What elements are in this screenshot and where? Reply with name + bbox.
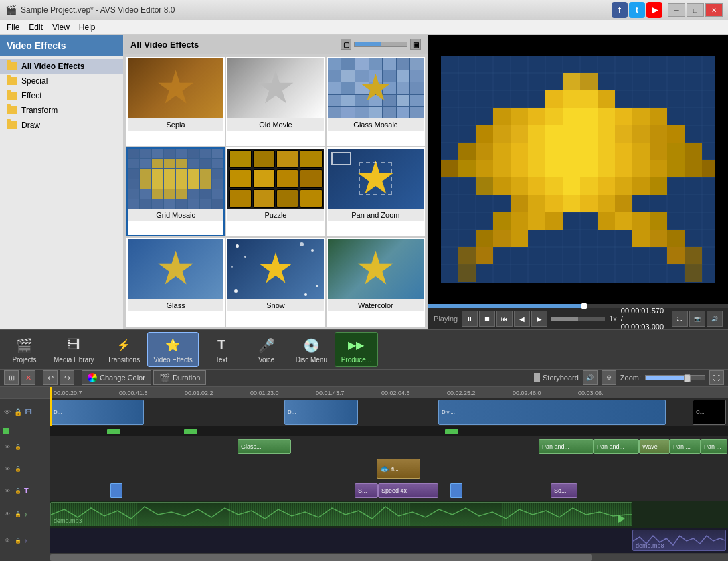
zoom-small-btn[interactable]: ▢	[341, 39, 351, 50]
tl-redo-btn[interactable]: ↪	[60, 370, 74, 385]
effect-watercolor[interactable]: Watercolor	[327, 238, 425, 327]
effect-clip-pan4[interactable]: Pan ...	[701, 439, 727, 454]
progress-bar-track[interactable]	[428, 304, 728, 308]
sidebar-item-transform[interactable]: Transform	[0, 103, 123, 118]
tool-produce[interactable]: ▶▶ Produce...	[335, 332, 378, 367]
image-clip-fish[interactable]: 🐟 fi...	[377, 459, 420, 479]
effect-bar-track	[0, 426, 728, 437]
svg-rect-92	[580, 177, 598, 195]
audio-waveform-2[interactable]: demo.mp8	[632, 530, 726, 551]
effect-glass-mosaic[interactable]: Glass Mosaic	[327, 57, 425, 146]
menu-file[interactable]: File	[3, 21, 23, 33]
facebook-btn[interactable]: f	[612, 2, 628, 18]
zoom-slider[interactable]	[645, 375, 705, 380]
preview-panel: Playing ⏸ ⏹ ⏮ ◀ ▶ 1x 00:00:01.570 / 00:0…	[428, 35, 728, 329]
menu-edit[interactable]: Edit	[25, 21, 47, 33]
playback-stop-btn[interactable]: ⏹	[479, 311, 495, 327]
storyboard-toggle[interactable]: Storyboard	[534, 373, 579, 382]
effect-clip-glass[interactable]: Glass...	[238, 439, 291, 454]
track-eye-btn[interactable]: 👁	[3, 408, 12, 417]
tool-media-library[interactable]: 🎞 Media Library	[48, 332, 100, 367]
video-clip-3[interactable]: Divi...	[438, 400, 666, 425]
timeline-scrollbar[interactable]	[0, 554, 728, 561]
effect-pan-zoom[interactable]: Pan and Zoom	[327, 147, 425, 236]
sidebar-item-effect[interactable]: Effect	[0, 88, 123, 103]
playback-prev-btn[interactable]: ⏮	[496, 311, 513, 327]
effect-puzzle[interactable]: Puzzle	[226, 147, 325, 236]
sidebar-item-all-effects[interactable]: All Video Effects	[0, 59, 123, 74]
svg-rect-76	[545, 160, 563, 177]
svg-rect-69	[685, 143, 702, 160]
track-lock-btn[interactable]: 🔒	[13, 408, 23, 417]
svg-rect-111	[650, 212, 667, 230]
tl-volume-btn[interactable]: 🔊	[583, 370, 598, 385]
playhead[interactable]	[581, 303, 587, 309]
audio-waveform-1[interactable]: demo.mp3	[50, 502, 632, 526]
effects-eye-btn[interactable]: 👁	[3, 442, 12, 451]
image-lock-btn[interactable]: 🔒	[13, 464, 23, 473]
tool-disc-menu[interactable]: 💿 Disc Menu	[290, 332, 333, 367]
image-eye-btn[interactable]: 👁	[3, 464, 12, 473]
effect-glass[interactable]: Glass	[126, 238, 225, 327]
playback-pause-btn[interactable]: ⏸	[462, 311, 478, 327]
minimize-btn[interactable]: ─	[668, 3, 685, 17]
app-title: Sample Project.vep* - AVS Video Editor 8…	[21, 5, 175, 15]
expand-timeline-btn[interactable]: ⛶	[709, 370, 724, 385]
tool-text[interactable]: T Text	[200, 332, 244, 367]
tl-grid-btn[interactable]: ⊞	[4, 370, 19, 385]
tool-voice[interactable]: 🎤 Voice	[245, 332, 288, 367]
menu-view[interactable]: View	[48, 21, 74, 33]
change-color-btn[interactable]: Change Color	[82, 370, 151, 385]
text-clip-s[interactable]: S...	[355, 483, 378, 498]
video-clip-1[interactable]: D...	[50, 400, 144, 425]
twitter-btn[interactable]: t	[629, 2, 645, 18]
effects-lock-btn[interactable]: 🔒	[13, 442, 23, 451]
video-clip-2[interactable]: D...	[284, 400, 358, 425]
sidebar-item-draw[interactable]: Draw	[0, 118, 123, 133]
tool-video-effects[interactable]: ⭐ Video Effects	[147, 332, 199, 367]
effect-grid-mosaic[interactable]: Grid Mosaic	[126, 147, 225, 236]
tl-undo-btn[interactable]: ↩	[43, 370, 58, 385]
video-clip-4[interactable]: C...	[693, 400, 726, 425]
track-film-btn[interactable]: 🎞	[24, 408, 33, 417]
speed-slider[interactable]	[551, 317, 605, 321]
text-lock-btn[interactable]: 🔒	[13, 486, 23, 495]
audio1-icon: ♪	[24, 511, 27, 518]
text-clip-speed[interactable]: Speed 4x	[378, 483, 438, 498]
svg-rect-115	[632, 230, 650, 247]
tl-settings-btn[interactable]: ⚙	[602, 370, 616, 385]
tool-video-effects-label: Video Effects	[153, 356, 193, 364]
duration-btn[interactable]: 🎬 Duration	[153, 370, 207, 385]
preview-controls: Playing ⏸ ⏹ ⏮ ◀ ▶ 1x 00:00:01.570 / 00:0…	[428, 308, 728, 329]
text-clip-so[interactable]: So...	[551, 483, 577, 498]
snapshot-btn[interactable]: 📷	[689, 311, 705, 327]
tl-delete-btn[interactable]: ✕	[21, 370, 35, 385]
close-btn[interactable]: ✕	[705, 3, 723, 17]
tool-projects-label: Projects	[12, 356, 36, 364]
zoom-large-btn[interactable]: ▣	[410, 39, 421, 50]
menu-help[interactable]: Help	[75, 21, 100, 33]
fullscreen-btn[interactable]: ⛶	[672, 311, 688, 327]
effect-clip-wave[interactable]: Wave	[639, 439, 670, 454]
zoom-slider[interactable]	[354, 42, 407, 47]
playback-step-fwd-btn[interactable]: ▶	[531, 311, 547, 327]
playback-step-back-btn[interactable]: ◀	[514, 311, 530, 327]
tool-transitions[interactable]: ⚡ Transitions	[102, 332, 147, 367]
volume-btn[interactable]: 🔊	[707, 311, 723, 327]
effect-snow[interactable]: Snow	[226, 238, 325, 327]
effect-clip-pan2[interactable]: Pan and...	[594, 439, 639, 454]
effect-clip-pan1[interactable]: Pan and...	[539, 439, 594, 454]
audio1-lock-btn[interactable]: 🔒	[13, 509, 23, 519]
text-eye-btn[interactable]: 👁	[3, 486, 12, 495]
tool-projects[interactable]: 🎬 Projects	[3, 332, 46, 367]
svg-rect-64	[598, 143, 615, 160]
effect-clip-pan3[interactable]: Pan ...	[670, 439, 701, 454]
youtube-btn[interactable]: ▶	[646, 2, 662, 18]
maximize-btn[interactable]: □	[687, 3, 704, 17]
audio1-eye-btn[interactable]: 👁	[3, 509, 12, 519]
effect-sepia[interactable]: Sepia	[126, 57, 225, 146]
effect-old-movie[interactable]: Old Movie	[226, 57, 325, 146]
sidebar-item-special[interactable]: Special	[0, 74, 123, 88]
audio2-lock-btn[interactable]: 🔒	[13, 536, 23, 545]
audio2-eye-btn[interactable]: 👁	[3, 536, 12, 545]
